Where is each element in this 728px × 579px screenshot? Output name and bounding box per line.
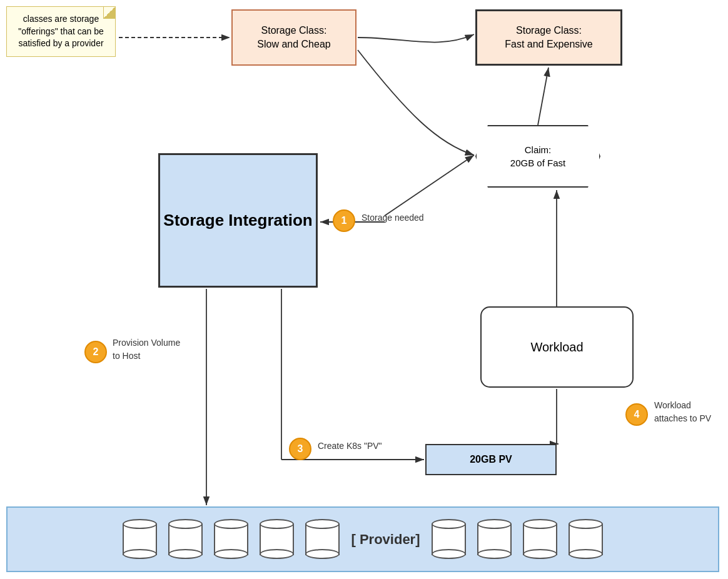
storage-needed-label: Storage needed xyxy=(361,213,424,223)
claim-label: Claim: 20GB of Fast xyxy=(510,143,565,169)
cylinder-3 xyxy=(214,519,248,560)
arrows-svg xyxy=(0,0,728,579)
storage-integration-box: Storage Integration xyxy=(158,153,318,288)
badge-3: 3 xyxy=(289,438,311,460)
storage-class-slow-box: Storage Class: Slow and Cheap xyxy=(231,9,356,66)
claim-box: Claim: 20GB of Fast xyxy=(475,125,600,188)
badge-1: 1 xyxy=(333,209,355,232)
pv-label: 20GB PV xyxy=(470,454,512,465)
badge-2: 2 xyxy=(84,341,107,363)
provider-label: [ Provider] xyxy=(351,531,420,548)
storage-class-slow-label: Storage Class: Slow and Cheap xyxy=(257,24,330,52)
cylinder-5 xyxy=(305,519,340,560)
workload-attaches-label: Workloadattaches to PV xyxy=(654,399,711,425)
storage-class-fast-label: Storage Class: Fast and Expensive xyxy=(505,24,593,52)
cylinder-4 xyxy=(260,519,294,560)
cylinder-7 xyxy=(477,519,512,560)
diagram: classes are storage "offerings" that can… xyxy=(0,0,728,579)
cylinder-6 xyxy=(432,519,466,560)
provision-volume-label: Provision Volumeto Host xyxy=(113,336,180,363)
workload-box: Workload xyxy=(480,306,634,388)
cylinder-1 xyxy=(123,519,157,560)
svg-line-3 xyxy=(538,68,549,125)
storage-class-fast-box: Storage Class: Fast and Expensive xyxy=(475,9,622,66)
create-k8s-pv-label: Create K8s "PV" xyxy=(318,441,382,451)
cylinder-9 xyxy=(569,519,603,560)
note-text: classes are storage "offerings" that can… xyxy=(18,14,104,48)
provider-box: [ Provider] xyxy=(6,506,719,572)
workload-label: Workload xyxy=(530,340,583,355)
badge-4: 4 xyxy=(625,403,648,426)
note-box: classes are storage "offerings" that can… xyxy=(6,6,116,57)
pv-box: 20GB PV xyxy=(425,444,557,475)
cylinder-8 xyxy=(523,519,557,560)
svg-line-2 xyxy=(385,155,474,216)
storage-integration-label: Storage Integration xyxy=(163,210,312,231)
cylinder-2 xyxy=(168,519,203,560)
